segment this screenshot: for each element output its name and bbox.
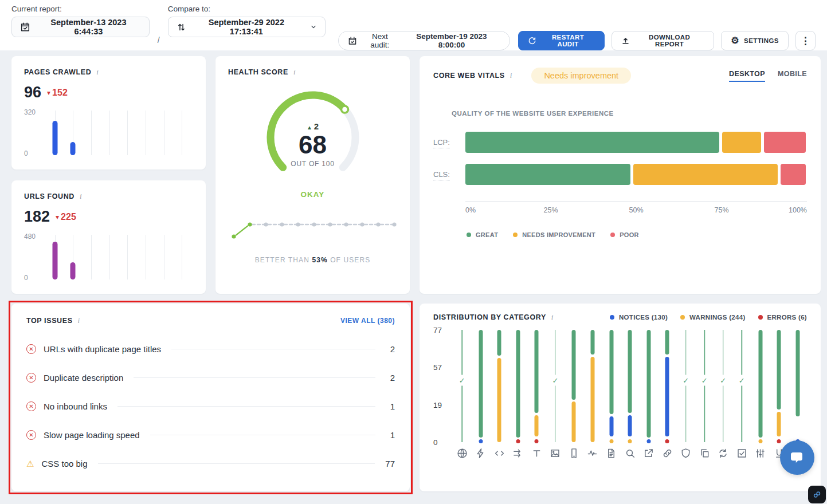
bar-segment-green [479,330,483,438]
bar-segment-green [795,330,799,416]
ok-line [462,330,463,442]
gridline [146,111,146,155]
duplicate-icon[interactable] [695,448,714,459]
cwv-metric-label[interactable]: CLS: [433,170,458,179]
topbar-actions: RESTART AUDIT DOWNLOAD REPORT ⚙ SETTINGS… [518,31,816,50]
top-issues-card: TOP ISSUES i VIEW ALL (380) ✕URLs with d… [11,304,410,491]
dot-blue [479,439,483,443]
bar-segment-green [758,330,762,438]
bar-segment-green [665,330,669,355]
title-icon[interactable] [527,448,546,459]
info-icon[interactable]: i [551,313,554,322]
issue-row[interactable]: ✕Slow page loading speed1 [26,420,395,449]
device-tabs: DESKTOPMOBILE [729,70,807,82]
gridline [127,111,128,155]
triangle-up-icon: ▲ [307,124,312,131]
x-axis-line [465,201,807,202]
category-column: ✓ [732,330,751,442]
issue-label: No inbound links [44,401,107,411]
restart-audit-button[interactable]: RESTART AUDIT [518,31,605,50]
cwv-metric-row: LCP: [433,132,807,153]
bar-segment-yellow [535,415,539,436]
gridline [164,235,164,279]
shield-icon[interactable] [676,448,695,459]
info-icon[interactable]: i [510,71,512,80]
dot-red [777,439,781,443]
info-icon[interactable]: i [96,68,99,77]
legend-dot-icon [758,315,763,320]
checkbox-icon[interactable] [732,448,751,459]
history-bar [52,121,57,155]
health-score-status: OKAY [228,190,397,199]
sliders-icon[interactable] [751,448,770,459]
gridline [127,235,128,279]
y-axis-labels: 7757190 [433,330,453,442]
legend-label: NEEDS IMPROVEMENT [522,231,595,238]
gridline [182,111,182,155]
current-report-label: Current report: [11,5,150,13]
current-report-selector[interactable]: September-13 2023 6:44:33 [11,17,150,37]
cwv-legend: GREATNEEDS IMPROVEMENTPOOR [467,231,807,238]
bar-segment-green [609,330,613,414]
cwv-segment-needs_improvement [722,132,761,153]
check-icon: ✓ [458,375,466,386]
search-icon[interactable] [621,448,640,459]
redirects-icon[interactable] [509,448,528,459]
ok-line [723,330,724,442]
link-badge-button[interactable] [808,486,826,503]
history-bar [52,242,57,279]
internal-link-icon[interactable] [658,448,677,459]
next-audit-pill[interactable]: Next audit: September-19 2023 8:00:00 [338,31,510,50]
error-circle-icon: ✕ [26,401,36,411]
issue-row[interactable]: ✕No inbound links1 [26,392,395,420]
chat-widget-button[interactable] [780,440,814,475]
category-column: ✓ [453,330,472,442]
usability-icon[interactable] [583,448,602,459]
content-icon[interactable] [602,448,621,459]
mobile-icon[interactable] [565,448,583,459]
error-circle-icon: ✕ [26,344,36,354]
health-score-gauge: ▲2 68 OUT OF 100 [261,89,364,188]
code-icon[interactable] [490,448,509,459]
issue-row[interactable]: ✕URLs with duplicate page titles2 [26,334,395,363]
gridline [91,111,92,155]
legend-label: GREAT [476,231,498,238]
repeat-icon[interactable] [714,448,732,459]
tab-desktop[interactable]: DESKTOP [729,70,765,82]
history-bar [70,262,76,279]
better-than-text: BETTER THAN 53% OF USERS [228,256,397,264]
gridline [109,235,110,279]
cwv-stacked-bar [465,164,807,185]
pages-crawled-title: PAGES CRAWLED [24,68,91,76]
category-column [789,330,808,442]
compare-to-dropdown[interactable]: September-29 2022 17:13:41 [168,17,326,37]
urls-found-chart: 480 0 [24,235,193,279]
pages-crawled-value: 96 [24,84,41,101]
urls-found-delta: ▾ 225 [56,212,76,222]
distribution-title: DISTRIBUTION BY CATEGORY [433,313,546,321]
legend-label: NOTICES (130) [619,314,668,321]
image-icon[interactable] [546,448,565,459]
info-icon[interactable]: i [293,68,296,77]
tab-mobile[interactable]: MOBILE [778,70,807,82]
issue-row[interactable]: ✕Duplicate description2 [26,363,395,392]
cwv-segment-great [465,164,630,185]
website-icon[interactable] [453,448,472,459]
status-badge: Needs improvement [531,68,631,84]
info-icon[interactable]: i [78,316,80,325]
download-report-button[interactable]: DOWNLOAD REPORT [612,31,714,50]
distribution-legend-item: NOTICES (130) [610,314,668,321]
gridline [164,111,164,155]
sort-arrows-icon [177,22,186,32]
issue-row[interactable]: ⚠CSS too big77 [26,449,395,478]
view-all-link[interactable]: VIEW ALL (380) [340,317,395,325]
performance-icon[interactable] [472,448,491,459]
triangle-down-icon: ▾ [56,213,59,221]
info-icon[interactable]: i [80,192,82,201]
external-link-icon[interactable] [639,448,658,459]
ok-line [741,330,742,442]
dot-red [535,439,539,443]
cwv-metric-label[interactable]: LCP: [433,138,458,147]
settings-button[interactable]: ⚙ SETTINGS [721,31,788,50]
more-options-button[interactable]: ⋮ [795,31,816,50]
